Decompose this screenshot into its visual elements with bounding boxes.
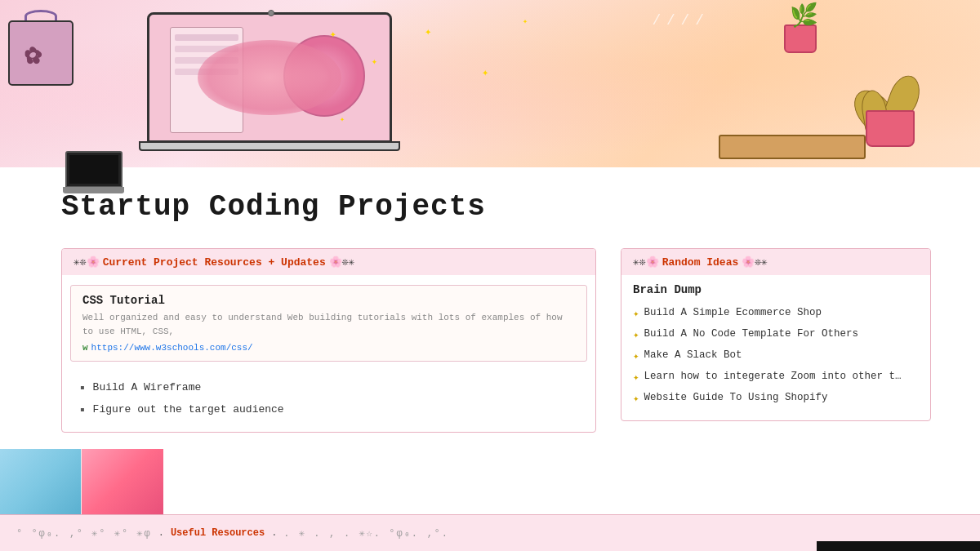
bullet-text-1: Build A Wireframe <box>93 381 202 393</box>
idea-text-2: Build A No Code Template For Others <box>644 328 859 340</box>
hero-laptop: ✦ ✦ ✦ <box>131 8 408 159</box>
header-deco-right-1: 🌸❊✳︎ <box>329 256 355 269</box>
bullet-item-1: ▪ Build A Wireframe <box>78 378 584 400</box>
brain-dump-label: Brain Dump <box>621 275 930 303</box>
idea-sparkle-3: ✦ <box>633 349 639 362</box>
bullet-item-2: ▪ Figure out the target audience <box>78 400 584 422</box>
idea-item-2: ✦ Build A No Code Template For Others <box>633 324 919 345</box>
css-tutorial-description: Well organized and easy to understand We… <box>82 311 575 338</box>
useful-resources-label: Useful Resources <box>171 527 265 539</box>
bullet-dot-1: ▪ <box>78 381 87 397</box>
preview-image-blue <box>0 449 82 514</box>
bullet-dot-2: ▪ <box>78 403 87 419</box>
css-tutorial-title: CSS Tutorial <box>82 294 575 307</box>
idea-text-5: Website Guide To Using Shopify <box>644 392 828 403</box>
idea-text-4: Learn how to integerate Zoom into other … <box>644 371 902 382</box>
hero-shelf <box>719 135 866 159</box>
page-title: Startup Coding Projects <box>61 190 931 224</box>
sparkle-3: ✦ <box>523 16 528 26</box>
idea-sparkle-5: ✦ <box>633 392 639 405</box>
bag-decoration: ✿ <box>8 8 82 90</box>
dark-bar <box>817 541 980 551</box>
w3-icon: w <box>82 343 88 353</box>
bullet-list: ▪ Build A Wireframe ▪ Figure out the tar… <box>62 371 595 432</box>
columns-layout: ✳︎❊🌸 Current Project Resources + Updates… <box>61 248 931 433</box>
small-laptop-icon <box>61 151 127 204</box>
idea-sparkle-1: ✦ <box>633 307 639 320</box>
idea-item-1: ✦ Build A Simple Ecommerce Shop <box>633 303 919 324</box>
idea-text-3: Make A Slack Bot <box>644 349 742 361</box>
current-projects-section: ✳︎❊🌸 Current Project Resources + Updates… <box>61 248 596 433</box>
header-deco-right-2: 🌸❊✳︎ <box>742 256 768 269</box>
hero-plant-right <box>841 16 939 147</box>
idea-item-5: ✦ Website Guide To Using Shopify <box>633 388 919 409</box>
idea-text-1: Build A Simple Ecommerce Shop <box>644 307 822 318</box>
left-column: ✳︎❊🌸 Current Project Resources + Updates… <box>61 248 596 433</box>
idea-sparkle-2: ✦ <box>633 328 639 341</box>
header-deco-left-1: ✳︎❊🌸 <box>74 256 100 269</box>
idea-sparkle-4: ✦ <box>633 371 639 384</box>
header-deco-left-2: ✳︎❊🌸 <box>633 256 659 269</box>
sparkle-2: ✦ <box>482 65 488 79</box>
hero-extra-plant: 🌿 <box>784 24 817 53</box>
bottom-dot-sep: . <box>158 527 164 539</box>
random-ideas-title: Random Ideas <box>662 256 739 269</box>
random-ideas-header: ✳︎❊🌸 Random Ideas 🌸❊✳︎ <box>621 249 930 275</box>
bottom-deco-right: . ✳︎ . ‚ . ✳︎☆. °φ₀. ‚°. <box>283 527 449 540</box>
sparkle-1: ✦ <box>425 24 431 38</box>
random-ideas-section: ✳︎❊🌸 Random Ideas 🌸❊✳︎ Brain Dump ✦ Buil… <box>621 248 931 421</box>
main-content: Startup Coding Projects ✳︎❊🌸 Current Pro… <box>0 167 980 449</box>
css-tutorial-card[interactable]: CSS Tutorial Well organized and easy to … <box>70 285 587 362</box>
hero-deco-lines: / / / / <box>652 12 702 29</box>
current-projects-header: ✳︎❊🌸 Current Project Resources + Updates… <box>62 249 595 275</box>
css-tutorial-link: https://www.w3schools.com/css/ <box>91 343 253 353</box>
ideas-list: ✦ Build A Simple Ecommerce Shop ✦ Build … <box>621 303 930 420</box>
bottom-previews <box>0 449 163 514</box>
current-projects-title: Current Project Resources + Updates <box>103 256 326 269</box>
hero-banner: ✿ ✦ ✦ ✦ / / / / <box>0 0 980 167</box>
bottom-deco-left: ° °φ₀. ‚° ✳︎° ✳︎° ✳︎φ <box>16 527 152 540</box>
bottom-dot-sep2: . <box>271 527 277 539</box>
right-column: ✳︎❊🌸 Random Ideas 🌸❊✳︎ Brain Dump ✦ Buil… <box>621 248 931 433</box>
idea-item-3: ✦ Make A Slack Bot <box>633 345 919 367</box>
bullet-text-2: Figure out the target audience <box>93 403 284 415</box>
idea-item-4: ✦ Learn how to integerate Zoom into othe… <box>633 367 919 388</box>
css-tutorial-url[interactable]: w https://www.w3schools.com/css/ <box>82 343 575 353</box>
preview-image-pink <box>82 449 163 514</box>
